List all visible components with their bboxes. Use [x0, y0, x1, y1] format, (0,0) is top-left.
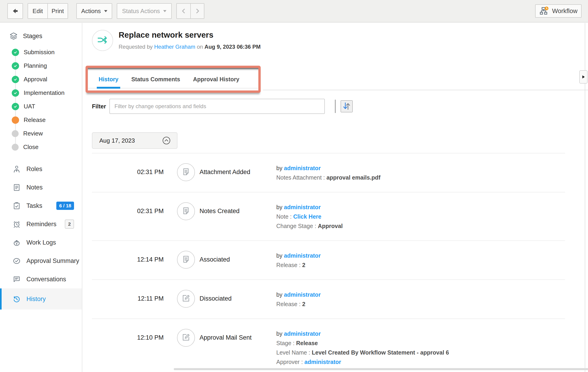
- performer-link[interactable]: administrator: [284, 252, 321, 259]
- stage-item-uat[interactable]: UAT: [0, 100, 82, 113]
- history-entry-list: 02:31 PMAttachment Addedby administrator…: [92, 153, 565, 372]
- sidebar-nav: RolesNotesTasks6 / 18Reminders2Work Logs…: [0, 160, 82, 310]
- entry-operation: Attachment Added: [200, 169, 276, 176]
- detail-value: Level Created By Workflow Statement - ap…: [312, 349, 449, 356]
- detail-value[interactable]: administrator: [304, 359, 341, 365]
- note-doc-icon: [12, 183, 21, 192]
- edit-button[interactable]: Edit: [28, 4, 47, 18]
- tab-status-comments[interactable]: Status Comments: [131, 68, 180, 90]
- request-header: Replace network servers Requested by Hea…: [92, 30, 261, 51]
- stage-label: Close: [23, 143, 38, 151]
- sidebar-item-label: Work Logs: [26, 239, 56, 246]
- chevron-up-circle-icon[interactable]: [162, 136, 171, 145]
- filter-label: Filter: [92, 103, 109, 110]
- sidebar-item-approval-summary[interactable]: Approval Summary: [0, 252, 82, 270]
- shuffle-change-icon: [96, 34, 109, 47]
- stage-item-approval[interactable]: Approval: [0, 72, 82, 86]
- stage-status-dot-done: [12, 89, 19, 97]
- sidebar: Stages SubmissionPlanningApprovalImpleme…: [0, 23, 82, 372]
- sidebar-item-history[interactable]: History: [0, 288, 82, 310]
- stage-item-close[interactable]: Close: [0, 140, 82, 154]
- tab-bar: HistoryStatus CommentsApproval History: [88, 68, 258, 90]
- chevron-down-icon: [163, 10, 167, 12]
- stage-label: Release: [24, 116, 45, 123]
- previous-record-button[interactable]: [177, 4, 190, 18]
- entry-detail-line: Notes Attachment : approval emails.pdf: [276, 173, 565, 182]
- person-icon: [12, 165, 21, 173]
- stage-label: Planning: [24, 62, 47, 69]
- main-panel: Replace network servers Requested by Hea…: [82, 23, 588, 372]
- back-button[interactable]: [7, 3, 23, 19]
- stage-item-submission[interactable]: Submission: [0, 45, 82, 59]
- workflow-button[interactable]: Workflow: [535, 4, 582, 18]
- chat-icon: [12, 275, 21, 284]
- clipboard-icon: [12, 202, 21, 210]
- expand-right-panel-button[interactable]: [579, 70, 588, 84]
- print-button[interactable]: Print: [47, 4, 68, 18]
- sort-button[interactable]: [341, 100, 353, 112]
- detail-value: 2: [302, 301, 305, 307]
- note-icon: [181, 255, 190, 265]
- entry-by-line: by administrator: [276, 163, 565, 173]
- alarm-icon: [12, 220, 21, 229]
- stage-status-dot-pending: [12, 144, 19, 151]
- stage-status-dot-pending: [12, 130, 19, 137]
- entry-operation-avatar: [177, 202, 195, 220]
- toolbar: Edit Print Actions Status Actions Workfl…: [0, 0, 588, 22]
- sidebar-item-label: History: [26, 296, 46, 303]
- entry-time: 02:31 PM: [92, 169, 164, 176]
- tab-history[interactable]: History: [99, 68, 118, 90]
- filter-divider: [335, 100, 336, 113]
- performer-link[interactable]: administrator: [284, 331, 321, 337]
- entry-details: by administratorRelease : 2: [276, 290, 565, 309]
- back-arrow-icon: [11, 7, 19, 15]
- stage-label: Approval: [24, 76, 47, 83]
- layers-icon: [9, 32, 18, 40]
- sidebar-item-label: Reminders: [26, 221, 57, 228]
- stage-item-planning[interactable]: Planning: [0, 59, 82, 72]
- stages-header: Stages: [0, 23, 82, 44]
- horizontal-scrollbar[interactable]: [174, 368, 588, 370]
- entry-by-line: by administrator: [276, 251, 565, 261]
- request-title: Replace network servers: [119, 30, 261, 40]
- entry-time: 12:10 PM: [92, 334, 164, 341]
- sidebar-item-work-logs[interactable]: Work Logs: [0, 233, 82, 252]
- entry-time: 02:31 PM: [92, 208, 164, 215]
- stage-item-implementation[interactable]: Implementation: [0, 86, 82, 100]
- entry-details: by administratorNotes Attachment : appro…: [276, 163, 565, 182]
- sidebar-item-notes[interactable]: Notes: [0, 178, 82, 197]
- performer-link[interactable]: administrator: [284, 165, 321, 171]
- sidebar-item-tasks[interactable]: Tasks6 / 18: [0, 197, 82, 215]
- entry-detail-line: Change Stage : Approval: [276, 221, 565, 231]
- entry-operation: Notes Created: [200, 208, 276, 215]
- entry-detail-line: Release : 2: [276, 261, 565, 270]
- entry-detail-line: Note : Click Here: [276, 212, 565, 221]
- requested-by-line: Requested by Heather Graham on Aug 9, 20…: [119, 44, 261, 50]
- detail-value[interactable]: Click Here: [293, 213, 321, 220]
- entry-operation: Dissociated: [200, 295, 276, 302]
- entry-detail-line: Release : 2: [276, 300, 565, 309]
- sidebar-item-reminders[interactable]: Reminders2: [0, 215, 82, 233]
- stage-label: Review: [23, 130, 43, 137]
- performer-link[interactable]: administrator: [284, 292, 321, 298]
- entry-detail-line: Stage : Release: [276, 339, 565, 348]
- performer-link[interactable]: administrator: [284, 204, 321, 210]
- sidebar-item-conversations[interactable]: Conversations: [0, 270, 82, 288]
- stage-status-dot-done: [12, 62, 19, 70]
- stage-list: SubmissionPlanningApprovalImplementation…: [0, 44, 82, 154]
- actions-dropdown[interactable]: Actions: [76, 3, 112, 19]
- date-group-header[interactable]: Aug 17, 2023: [92, 132, 178, 149]
- history-entry: 02:31 PMNotes Createdby administratorNot…: [92, 192, 565, 241]
- sidebar-item-label: Approval Summary: [26, 257, 79, 264]
- detail-value: 2: [302, 262, 305, 268]
- stage-item-release[interactable]: Release: [0, 113, 82, 127]
- tab-approval-history[interactable]: Approval History: [193, 68, 239, 90]
- stage-status-dot-current: [12, 116, 19, 124]
- sidebar-item-roles[interactable]: Roles: [0, 160, 82, 178]
- stage-item-review[interactable]: Review: [0, 127, 82, 140]
- requester-link[interactable]: Heather Graham: [154, 44, 195, 50]
- filter-input[interactable]: [109, 99, 325, 114]
- chevron-right-icon: [194, 8, 201, 14]
- next-record-button[interactable]: [190, 4, 204, 18]
- status-actions-dropdown[interactable]: Status Actions: [117, 3, 172, 19]
